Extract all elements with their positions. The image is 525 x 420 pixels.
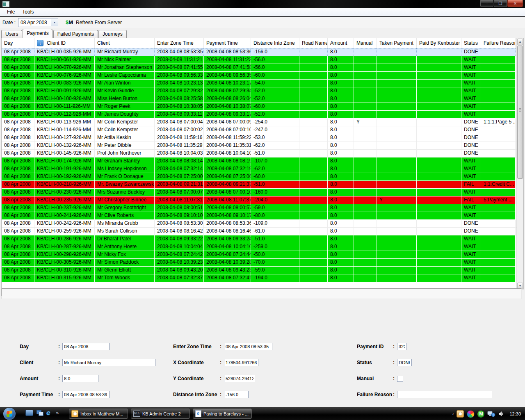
start-button[interactable] <box>3 408 16 420</box>
payment-time-field[interactable] <box>62 391 110 398</box>
table-row[interactable]: 08 Apr 2008KB/CLH-00-298-926-MMMr Nicky … <box>2 251 517 259</box>
table-row[interactable]: 08 Apr 2008KB/CLH-00-091-926-MMMr Kevin … <box>2 87 517 95</box>
taskbar-button-paying-to-barclays[interactable]: Paying to Barclays - ... <box>193 409 252 419</box>
show-desktop-icon[interactable] <box>25 410 33 416</box>
table-row[interactable]: 08 Apr 2008KB/CLH-00-076-926-MMMr Leslie… <box>2 72 517 80</box>
table-row[interactable]: 08 Apr 2008KB/CLH-00-259-926-MMMs Sarah … <box>2 228 517 235</box>
cell-distance: -50.0 <box>251 251 299 258</box>
table-row[interactable]: 08 Apr 2008KB/CLH-00-286-926-MMDr Bharat… <box>2 235 517 243</box>
taskbar-clock[interactable]: 12:30 <box>509 411 521 416</box>
table-row[interactable]: 08 Apr 2008KB/CLH-00-111-926-MMMr Roger … <box>2 103 517 111</box>
minimize-button[interactable]: – <box>480 0 493 7</box>
table-row[interactable]: 08 Apr 2008KB/CLH-00-230-926-MMMrs Suzan… <box>2 189 517 196</box>
table-row[interactable]: 08 Apr 2008KB/CLH-00-132-926-MMMr Peter … <box>2 142 517 150</box>
taskbar-button-kb-admin-centre[interactable]: KB Admin Centre 2 <box>131 409 190 419</box>
tray-collapse-chevron-icon[interactable]: ‹ <box>452 411 454 416</box>
tab-payments[interactable]: Payments <box>23 29 52 38</box>
column-header-client_id[interactable]: ↓Client ID <box>34 38 95 48</box>
volume-icon[interactable] <box>498 411 505 417</box>
cell-client_id: KB/CLH-00-035-926-MM <box>34 48 95 56</box>
table-row[interactable]: 08 Apr 2008KB/CLH-00-070-926-MMMr Jonath… <box>2 64 517 72</box>
swirl-app-icon[interactable] <box>467 410 475 418</box>
scroll-up-icon[interactable]: ▲ <box>517 39 523 45</box>
table-row[interactable]: 08 Apr 2008KB/CLH-00-145-926-MMProf John… <box>2 150 517 158</box>
column-header-failure_reason[interactable]: Failure Reason <box>481 38 516 48</box>
distance-into-zone-field[interactable] <box>224 391 249 398</box>
cell-road_name <box>299 134 328 142</box>
client-field[interactable] <box>62 359 155 366</box>
table-row[interactable]: 08 Apr 2008KB/CLH-00-127-926-MMMr Attila… <box>2 134 517 142</box>
vertical-scrollbar-thumb[interactable] <box>517 46 523 179</box>
m-app-icon[interactable]: M <box>477 411 484 418</box>
tab-journeys[interactable]: Journeys <box>98 30 127 38</box>
column-header-distance[interactable]: Distance Into Zone <box>251 38 299 48</box>
column-header-amount[interactable]: Amount <box>328 38 354 48</box>
x-coordinate-field[interactable] <box>224 359 258 366</box>
column-header-enter_zone_time[interactable]: Enter Zone Time <box>155 38 204 48</box>
cell-payment_time: 2008-04-08 11:07:37 <box>204 196 251 204</box>
column-header-taken_payment[interactable]: Taken Payment <box>377 38 417 48</box>
table-row[interactable]: 08 Apr 2008KB/CLH-00-112-926-MMMr James … <box>2 111 517 119</box>
y-coordinate-field[interactable] <box>224 375 255 382</box>
manual-checkbox[interactable] <box>397 376 403 382</box>
table-row[interactable]: 08 Apr 2008KB/CLH-00-114-926-MMMr Colin … <box>2 126 517 134</box>
column-header-client[interactable]: Client <box>95 38 155 48</box>
close-button[interactable]: ✕ <box>507 0 523 7</box>
status-field[interactable] <box>397 359 412 366</box>
column-header-manual[interactable]: Manual <box>354 38 377 48</box>
tab-users[interactable]: Users <box>1 30 22 38</box>
day-field[interactable] <box>62 343 110 350</box>
column-header-payment_time[interactable]: Payment Time <box>204 38 251 48</box>
table-row[interactable]: 08 Apr 2008KB/CLH-00-113-926-MMMr Colin … <box>2 119 517 126</box>
table-row[interactable]: 08 Apr 2008KB/CLH-00-035-926-MMMr Richar… <box>2 48 517 56</box>
cell-client: Mr Peter Dibble <box>95 142 155 149</box>
table-row[interactable]: 08 Apr 2008KB/CLH-00-191-926-MMMs Lindse… <box>2 165 517 173</box>
enter-zone-time-field[interactable] <box>224 343 272 350</box>
table-row[interactable]: 08 Apr 2008KB/CLH-00-061-926-MMMr Nick P… <box>2 56 517 64</box>
column-header-status[interactable]: Status <box>461 38 481 48</box>
cell-enter_zone_time: 2008-04-08 10:39:23 <box>155 259 204 266</box>
vertical-scrollbar[interactable]: ▲ ▼ <box>516 38 523 290</box>
column-header-paid_by_kenbuster[interactable]: Paid By Kenbuster <box>417 38 461 48</box>
table-row[interactable]: 08 Apr 2008KB/CLH-00-083-926-MMMr Alan W… <box>2 80 517 87</box>
column-header-road_name[interactable]: Road Name <box>299 38 328 48</box>
menu-file[interactable]: File <box>3 8 18 16</box>
payment-id-field[interactable] <box>397 343 406 350</box>
refresh-from-server-button[interactable]: $ M Refresh From Server <box>64 18 123 26</box>
network-icon[interactable] <box>487 411 495 417</box>
cell-paid_by_kenbuster <box>417 251 461 258</box>
chevron-down-icon[interactable]: ▼ <box>51 19 58 26</box>
table-row[interactable]: 08 Apr 2008KB/CLH-00-242-926-MMMs Mirand… <box>2 220 517 228</box>
window-switcher-icon[interactable] <box>37 410 43 415</box>
table-row[interactable]: 08 Apr 2008KB/CLH-00-241-926-MMMr Clive … <box>2 212 517 220</box>
cell-manual: Y <box>354 119 377 126</box>
cell-amount: 8.0 <box>328 235 354 243</box>
menu-tools[interactable]: Tools <box>18 8 37 16</box>
cell-distance: -60.0 <box>251 103 299 110</box>
table-row[interactable]: 08 Apr 2008KB/CLH-00-237-926-MMMr Gregor… <box>2 204 517 212</box>
quick-launch-overflow-chevron-icon[interactable]: » <box>56 410 59 416</box>
internet-explorer-icon[interactable]: e <box>46 410 50 416</box>
sort-descending-icon[interactable]: ↓ <box>37 40 43 46</box>
tab-failed-payments[interactable]: Failed Payments <box>53 30 98 38</box>
table-row[interactable]: 08 Apr 2008KB/CLH-00-310-926-MMMr Glenn … <box>2 267 517 274</box>
table-row[interactable]: 08 Apr 2008KB/CLH-00-192-926-MMMr Frank … <box>2 173 517 181</box>
table-row[interactable]: 08 Apr 2008KB/CLH-00-100-926-MMMiss Hele… <box>2 95 517 103</box>
outlook-reminder-icon[interactable] <box>457 410 464 418</box>
table-row[interactable]: 08 Apr 2008KB/CLH-00-218-926-MMMr. Bwaze… <box>2 181 517 189</box>
amount-field[interactable] <box>62 375 98 382</box>
cell-amount: 8.0 <box>328 111 354 118</box>
cell-manual <box>354 72 377 79</box>
table-row[interactable]: 08 Apr 2008KB/CLH-00-315-926-MMMr Tom Wo… <box>2 274 517 282</box>
cell-client_id: KB/CLH-00-242-926-MM <box>34 220 95 227</box>
column-header-day[interactable]: Day <box>2 38 34 48</box>
date-combobox[interactable]: 08 Apr 2008 ▼ <box>18 18 58 27</box>
restore-button[interactable]: ❐ <box>494 0 507 7</box>
cell-client_id: KB/CLH-00-218-926-MM <box>34 181 95 188</box>
taskbar-button-inbox[interactable]: Inbox in Matthew M... <box>69 409 128 419</box>
table-row[interactable]: 08 Apr 2008KB/CLH-00-235-926-MMMr Christ… <box>2 196 517 204</box>
table-row[interactable]: 08 Apr 2008KB/CLH-00-305-926-MMMr Simon … <box>2 259 517 267</box>
failure-reason-field[interactable] <box>397 391 492 398</box>
table-row[interactable]: 08 Apr 2008KB/CLH-00-174-926-MMMr Graham… <box>2 158 517 165</box>
table-row[interactable]: 08 Apr 2008KB/CLH-00-287-926-MMMr Anthon… <box>2 243 517 251</box>
